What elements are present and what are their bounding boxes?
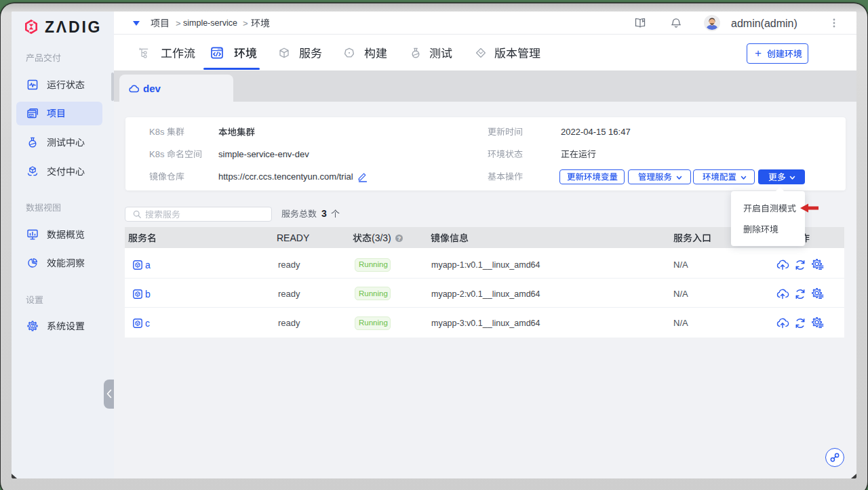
- svg-text:PM: PM: [29, 115, 33, 117]
- svg-text:?: ?: [397, 235, 401, 242]
